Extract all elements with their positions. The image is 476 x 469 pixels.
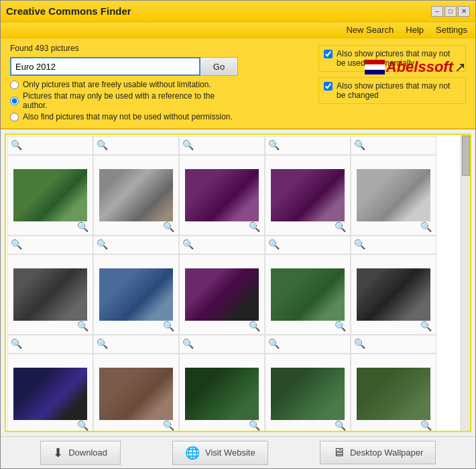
gallery-cell-top-3[interactable]: 🔍 (179, 136, 265, 155)
gallery-cell-9[interactable]: 🔍 (265, 254, 351, 335)
visit-website-button[interactable]: 🌐 Visit Website (172, 441, 268, 465)
magnify-icon[interactable]: 🔍 (77, 221, 88, 232)
magnify-icon[interactable]: 🔍 (268, 338, 280, 349)
magnify-icon[interactable]: 🔍 (335, 221, 346, 232)
radio-reference[interactable] (10, 97, 19, 105)
gallery-cell-14[interactable]: 🔍 (265, 354, 351, 431)
scrollbar-thumb[interactable] (462, 136, 470, 176)
magnify-icon[interactable]: 🔍 (11, 140, 22, 150)
minimize-button[interactable]: – (431, 6, 443, 17)
thumbnail-12 (99, 368, 173, 420)
thumbnail-15 (357, 368, 430, 420)
magnify-icon[interactable]: 🔍 (182, 140, 194, 150)
gallery-row-mid-magnifiers-2: 🔍 🔍 🔍 🔍 🔍 (7, 335, 459, 354)
magnify-icon[interactable]: 🔍 (163, 221, 174, 232)
gallery-cell-2[interactable]: 🔍 (93, 155, 179, 236)
gallery-cell-mid2-3[interactable]: 🔍 (179, 335, 265, 354)
magnify-icon[interactable]: 🔍 (163, 321, 174, 331)
magnify-icon[interactable]: 🔍 (77, 420, 88, 431)
gallery-row-2: 🔍 🔍 🔍 🔍 🔍 (7, 254, 459, 335)
gallery-cell-10[interactable]: 🔍 (351, 254, 436, 335)
new-search-link[interactable]: New Search (346, 25, 394, 35)
footer: ⬇ Download 🌐 Visit Website 🖥 Desktop Wal… (1, 436, 475, 468)
magnify-icon[interactable]: 🔍 (97, 338, 108, 349)
magnify-icon[interactable]: 🔍 (163, 420, 174, 431)
gallery-cell-mid1-1[interactable]: 🔍 (7, 236, 93, 254)
magnify-icon[interactable]: 🔍 (97, 140, 108, 150)
gallery-cell-8[interactable]: 🔍 (179, 254, 265, 335)
gallery-cell-top-5[interactable]: 🔍 (351, 136, 436, 155)
gallery-cell-5[interactable]: 🔍 (351, 155, 436, 236)
gallery-cell-1[interactable]: 🔍 (7, 155, 93, 236)
download-button[interactable]: ⬇ Download (40, 441, 121, 465)
magnify-icon[interactable]: 🔍 (420, 321, 432, 331)
radio-item-2[interactable]: Pictures that may only be used with a re… (10, 91, 238, 110)
app-title: Creative Commons Finder (6, 5, 131, 17)
checkbox-changed-label: Also show pictures that may not be chang… (337, 81, 461, 100)
go-button[interactable]: Go (200, 57, 238, 76)
download-label: Download (68, 448, 107, 458)
brand-arrow: ↗ (455, 59, 466, 75)
magnify-icon[interactable]: 🔍 (354, 338, 365, 349)
magnify-icon[interactable]: 🔍 (11, 338, 22, 349)
settings-link[interactable]: Settings (436, 25, 467, 35)
magnify-icon[interactable]: 🔍 (77, 321, 88, 331)
gallery-cell-mid1-5[interactable]: 🔍 (351, 236, 436, 254)
help-link[interactable]: Help (406, 25, 424, 35)
magnify-icon[interactable]: 🔍 (249, 420, 260, 431)
magnify-icon[interactable]: 🔍 (182, 239, 194, 250)
gallery-scroll[interactable]: 🔍 🔍 🔍 🔍 🔍 🔍 (6, 135, 461, 431)
gallery-row-3: 🔍 🔍 🔍 🔍 🔍 (7, 354, 459, 431)
search-input[interactable] (10, 57, 200, 76)
magnify-icon[interactable]: 🔍 (182, 338, 194, 349)
gallery-cell-top-2[interactable]: 🔍 (93, 136, 179, 155)
gallery-cell-mid1-3[interactable]: 🔍 (179, 236, 265, 254)
checkbox-commercial-input[interactable] (324, 50, 333, 58)
magnify-icon[interactable]: 🔍 (249, 321, 260, 331)
gallery-cell-6[interactable]: 🔍 (7, 254, 93, 335)
magnify-icon[interactable]: 🔍 (249, 221, 260, 232)
desktop-wallpaper-button[interactable]: 🖥 Desktop Wallpaper (320, 441, 436, 464)
gallery-row-1: 🔍 🔍 🔍 🔍 🔍 (7, 155, 459, 236)
gallery-cell-11[interactable]: 🔍 (7, 354, 93, 431)
radio-freely-usable[interactable] (10, 81, 19, 89)
radio-no-permission[interactable] (10, 113, 19, 121)
gallery-cell-mid2-4[interactable]: 🔍 (265, 335, 351, 354)
gallery-cell-15[interactable]: 🔍 (351, 354, 436, 431)
gallery-cell-mid1-4[interactable]: 🔍 (265, 236, 351, 254)
magnify-icon[interactable]: 🔍 (335, 420, 346, 431)
gallery-cell-mid2-2[interactable]: 🔍 (93, 335, 179, 354)
gallery-cell-mid1-2[interactable]: 🔍 (93, 236, 179, 254)
gallery-cell-3[interactable]: 🔍 (179, 155, 265, 236)
magnify-icon[interactable]: 🔍 (268, 140, 280, 150)
radio-item-1[interactable]: Only pictures that are freely usable wit… (10, 80, 238, 89)
radio-item-3[interactable]: Also find pictures that may not be used … (10, 112, 238, 121)
close-button[interactable]: ✕ (458, 6, 470, 17)
magnify-icon[interactable]: 🔍 (268, 239, 280, 250)
gallery-cell-7[interactable]: 🔍 (93, 254, 179, 335)
thumbnail-3 (185, 169, 259, 221)
magnify-icon[interactable]: 🔍 (420, 420, 432, 431)
wallpaper-icon: 🖥 (333, 446, 345, 460)
gallery-cell-top-4[interactable]: 🔍 (265, 136, 351, 155)
visit-label: Visit Website (205, 448, 255, 458)
thumbnail-5 (357, 169, 430, 221)
gallery-cell-top-1[interactable]: 🔍 (7, 136, 93, 155)
gallery-cell-mid2-1[interactable]: 🔍 (7, 335, 93, 354)
checkbox-changed-input[interactable] (324, 82, 333, 91)
download-icon: ⬇ (53, 446, 63, 460)
scrollbar-track[interactable] (461, 135, 470, 431)
magnify-icon[interactable]: 🔍 (11, 239, 22, 250)
magnify-icon[interactable]: 🔍 (420, 221, 432, 232)
magnify-icon[interactable]: 🔍 (354, 239, 365, 250)
radio-label-3: Also find pictures that may not be used … (23, 112, 233, 121)
magnify-icon[interactable]: 🔍 (97, 239, 108, 250)
gallery-cell-mid2-5[interactable]: 🔍 (351, 335, 436, 354)
thumbnail-2 (99, 169, 173, 221)
magnify-icon[interactable]: 🔍 (354, 140, 365, 150)
gallery-cell-12[interactable]: 🔍 (93, 354, 179, 431)
gallery-cell-4[interactable]: 🔍 (265, 155, 351, 236)
gallery-cell-13[interactable]: 🔍 (179, 354, 265, 431)
restore-button[interactable]: □ (444, 6, 457, 17)
magnify-icon[interactable]: 🔍 (335, 321, 346, 331)
